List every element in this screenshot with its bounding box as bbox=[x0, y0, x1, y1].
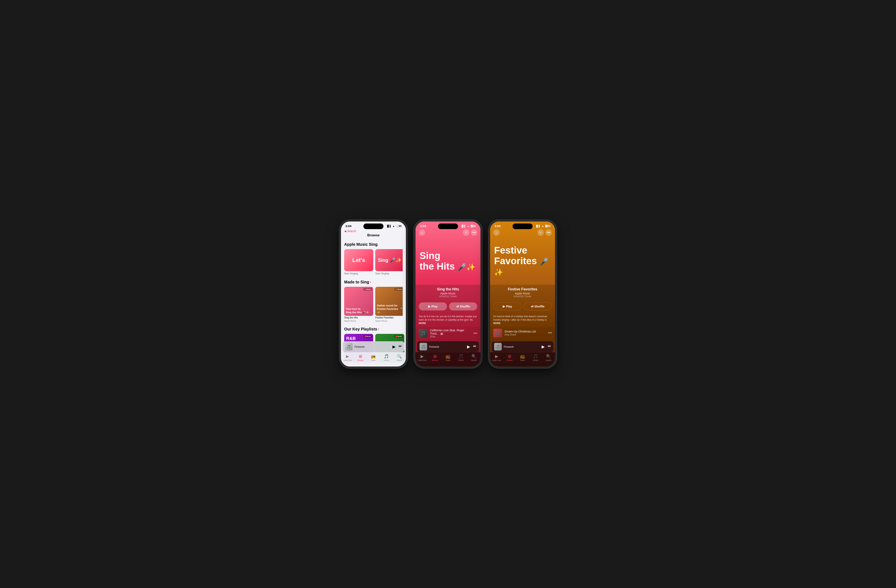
mini-play-btn-3[interactable]: ▶ bbox=[542, 344, 545, 349]
mini-player-3[interactable]: 🎵 Firework ▶ ⏭ bbox=[492, 341, 553, 352]
sing-card-lets[interactable]: Let's Start Singing bbox=[344, 249, 373, 275]
playlist-hero-3: FestiveFavorites 🎤✨ bbox=[490, 237, 555, 285]
mini-play-btn-2[interactable]: ▶ bbox=[467, 344, 470, 349]
playlist-desc-2: You do it in the car, you do it in the k… bbox=[416, 313, 480, 327]
mini-skip-btn-2[interactable]: ⏭ bbox=[473, 344, 477, 349]
tab-library-2[interactable]: 🎵 Library bbox=[454, 354, 468, 361]
tab-search-2[interactable]: 🔍 Search bbox=[468, 354, 480, 361]
tab-listen-label-2: Listen Now bbox=[418, 359, 427, 361]
track-thumb-grownup: 🎵 bbox=[493, 329, 502, 337]
tab-listen-label-1: Listen Now bbox=[343, 359, 352, 361]
play-btn-3[interactable]: ▶ Play bbox=[493, 302, 521, 310]
desc-text-2: You do it in the car, you do it in the k… bbox=[419, 315, 477, 321]
lets-sublabel: Start Singing bbox=[344, 272, 373, 275]
mini-controls-2: ▶ ⏭ bbox=[467, 344, 477, 349]
wifi-icon-3: ▲ bbox=[542, 225, 544, 228]
more-btn-3[interactable]: ••• bbox=[546, 229, 552, 236]
tab-radio-label-2: Radio bbox=[446, 359, 450, 361]
section-made-to-sing: Made to Sing › 🍎Music Your turn toSing t… bbox=[341, 277, 406, 324]
tab-library-1[interactable]: 🎵 Library bbox=[380, 354, 393, 361]
tab-radio-2[interactable]: 📻 Radio bbox=[442, 354, 455, 361]
key-playlists-chevron[interactable]: › bbox=[378, 327, 379, 331]
tab-listen-now-1[interactable]: ▶ Listen Now bbox=[341, 354, 354, 361]
tab-listen-now-3[interactable]: ▶ Listen Now bbox=[490, 354, 503, 361]
track-info-grownup: Grown-Up Christmas List Amy Grant bbox=[504, 330, 546, 336]
tab-browse-1[interactable]: ⊞ Browse bbox=[354, 354, 367, 361]
tab-search-3[interactable]: 🔍 Search bbox=[542, 354, 555, 361]
tab-bar-2: ▶ Listen Now ⊞ Browse 📻 Radio 🎵 Library … bbox=[416, 352, 480, 366]
signal-icon-2: ▐▌▌ bbox=[461, 225, 466, 228]
mini-play-btn-1[interactable]: ▶ bbox=[393, 344, 396, 349]
dynamic-island-3 bbox=[512, 223, 533, 229]
shuffle-btn-2[interactable]: ⇄ Shuffle bbox=[449, 302, 477, 310]
sing-cards-row: Let's Start Singing Sing 🎤✨ Start Singin… bbox=[344, 249, 403, 275]
mini-skip-btn-1[interactable]: ⏭ bbox=[399, 344, 402, 349]
shuffle-btn-3[interactable]: ⇄ Shuffle bbox=[524, 302, 552, 310]
card-festive[interactable]: 🍎Music Gather round forFestive Favorites… bbox=[375, 287, 403, 322]
back-btn-2[interactable]: ‹ bbox=[419, 229, 425, 236]
battery-2: ⬜82 bbox=[471, 225, 476, 228]
tab-browse-2[interactable]: ⊞ Browse bbox=[428, 354, 442, 361]
mini-thumb-2: 🎵 bbox=[419, 343, 427, 351]
play-btn-2[interactable]: ▶ Play bbox=[419, 302, 447, 310]
made-to-sing-row: 🍎Music Your turn toSing the Hits 🎤✨ Sing… bbox=[344, 287, 403, 322]
more-btn-2[interactable]: ••• bbox=[471, 229, 477, 236]
mini-thumb-icon-1: 🎵 bbox=[347, 345, 351, 349]
mini-info-1: Firework bbox=[355, 345, 390, 348]
add-btn-2[interactable]: + bbox=[463, 229, 469, 236]
thumb-img-grownup: 🎵 bbox=[493, 329, 502, 337]
tab-listen-icon-2: ▶ bbox=[421, 354, 424, 359]
more-btn-text-2[interactable]: MORE bbox=[419, 322, 426, 325]
tab-radio-1[interactable]: 📻 Radio bbox=[367, 354, 380, 361]
sing-card-sing[interactable]: Sing 🎤✨ Start Singing bbox=[375, 249, 403, 275]
thumb-img-california: 🎵 bbox=[419, 329, 428, 338]
tab-library-label-3: Library bbox=[533, 359, 538, 361]
tab-radio-icon-1: 📻 bbox=[371, 354, 376, 359]
tab-search-label-3: Search bbox=[546, 359, 552, 361]
sing-hits-main: Sing the Hits bbox=[344, 316, 373, 319]
tab-browse-3[interactable]: ⊞ Browse bbox=[503, 354, 516, 361]
mini-title-2: Firework bbox=[429, 345, 439, 348]
tab-browse-icon-3: ⊞ bbox=[508, 354, 511, 359]
tab-listen-now-2[interactable]: ▶ Listen Now bbox=[416, 354, 428, 361]
apple-music-badge-2: 🍎Music bbox=[395, 288, 403, 290]
tab-listen-icon-1: ▶ bbox=[346, 354, 349, 359]
hip-apple-badge: 🍎Music bbox=[395, 335, 403, 338]
back-button-1[interactable]: ◀ Search bbox=[344, 229, 356, 233]
playlist-name-2: Sing the Hits bbox=[419, 287, 477, 292]
mini-player-2[interactable]: 🎵 Firework ▶ ⏭ bbox=[417, 341, 479, 352]
mini-title-3: Firework bbox=[504, 345, 514, 348]
tab-browse-label-3: Browse bbox=[506, 359, 512, 361]
playlist-by-3: Apple Music bbox=[493, 292, 552, 295]
made-to-sing-chevron[interactable]: › bbox=[370, 280, 371, 284]
track-item-california[interactable]: 🎵 California Love (feat. Roger Trout... … bbox=[416, 327, 480, 340]
tab-library-3[interactable]: 🎵 Library bbox=[529, 354, 542, 361]
back-btn-3[interactable]: ‹ bbox=[493, 229, 500, 236]
add-btn-3[interactable]: + bbox=[537, 229, 544, 236]
more-btn-text-3[interactable]: MORE bbox=[493, 322, 500, 325]
tab-browse-label-2: Browse bbox=[432, 359, 438, 361]
section-apple-music-sing: Apple Music Sing Let's Start Singing Sin… bbox=[341, 239, 406, 277]
track-more-california[interactable]: ••• bbox=[474, 331, 477, 336]
tab-library-icon-1: 🎵 bbox=[384, 354, 389, 359]
tab-bar-3: ▶ Listen Now ⊞ Browse 📻 Radio 🎵 Library … bbox=[490, 352, 555, 366]
tab-browse-icon-2: ⊞ bbox=[433, 354, 437, 359]
playlist-name-3: Festive Favorites bbox=[493, 287, 552, 292]
tab-radio-3[interactable]: 📻 Radio bbox=[516, 354, 529, 361]
playlist-desc-3: It's hard to think of a holiday that doe… bbox=[490, 313, 555, 327]
mini-skip-btn-3[interactable]: ⏭ bbox=[548, 344, 551, 349]
track-more-grownup[interactable]: ••• bbox=[548, 331, 552, 335]
track-item-grownup[interactable]: 🎵 Grown-Up Christmas List Amy Grant ••• bbox=[490, 327, 555, 339]
mini-controls-1: ▶ ⏭ bbox=[393, 344, 402, 349]
tab-search-icon-2: 🔍 bbox=[471, 354, 477, 359]
status-icons-3: ▐▌▌ ▲ ⬜82 bbox=[535, 225, 551, 228]
playlist-hero-2: Singthe Hits 🎤✨ bbox=[416, 237, 480, 285]
battery-3: ⬜82 bbox=[545, 225, 551, 228]
tab-radio-icon-3: 📻 bbox=[520, 354, 525, 359]
phone-1: 3:04 ▐▌▌ ▲ ⬜83 ◀ Search Browse Apple Mus… bbox=[339, 220, 407, 368]
tab-search-1[interactable]: 🔍 Search bbox=[393, 354, 406, 361]
card-sing-hits[interactable]: 🍎Music Your turn toSing the Hits 🎤✨ Sing… bbox=[344, 287, 373, 322]
mini-info-2: Firework bbox=[429, 345, 465, 348]
mini-player-1[interactable]: 🎵 Firework ▶ ⏭ bbox=[343, 341, 404, 352]
tab-library-icon-3: 🎵 bbox=[533, 354, 538, 359]
